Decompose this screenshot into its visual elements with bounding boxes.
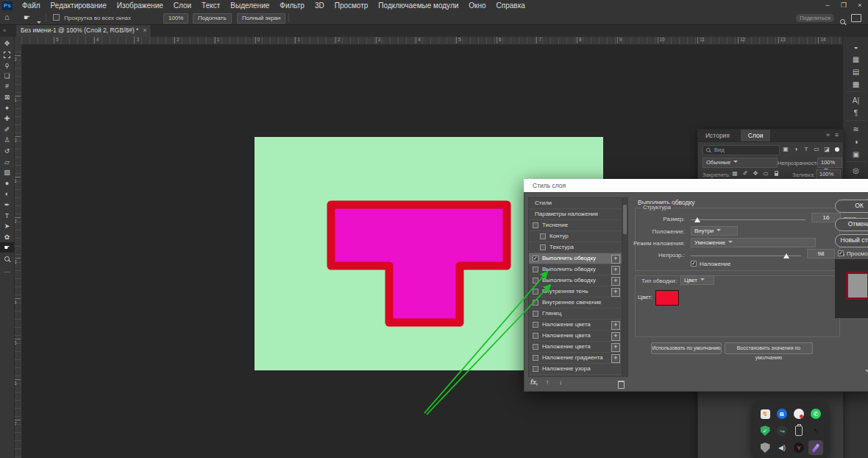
style-checkbox[interactable]	[533, 267, 538, 272]
tray-defender-icon[interactable]	[758, 440, 772, 455]
type-tool[interactable]: T	[0, 211, 14, 221]
scroll-all-windows-option[interactable]: Прокрутка во всех окнах	[53, 14, 131, 21]
opacity-select[interactable]: 100%	[817, 158, 842, 168]
blend-mode-select[interactable]: Обычные	[702, 158, 778, 168]
style-checkbox[interactable]	[540, 244, 546, 250]
healing-brush-tool[interactable]: ✚	[0, 113, 14, 124]
frame-tool[interactable]: ⊠	[0, 92, 14, 102]
lock-all-icon[interactable]	[772, 169, 780, 178]
duplicate-effect-button[interactable]: +	[611, 266, 620, 275]
crop-tool[interactable]: #	[0, 81, 14, 91]
filter-toggle-dot[interactable]	[835, 147, 839, 152]
duplicate-effect-button[interactable]: +	[611, 255, 620, 264]
tray-antivirus-icon[interactable]: ✓	[758, 423, 772, 438]
dialog-title-bar[interactable]: Стиль слоя	[524, 179, 868, 192]
gradients-panel-icon[interactable]: ▤	[843, 66, 868, 77]
style-checkbox[interactable]	[533, 256, 538, 261]
scroll-down-icon[interactable]	[865, 370, 868, 373]
gradient-tool[interactable]: ▧	[0, 167, 14, 177]
style-row-10[interactable]: Внутреннее свечение	[529, 297, 627, 309]
styles-scrollbar-thumb[interactable]	[623, 205, 627, 234]
filter-adjustment-layers-icon[interactable]: ◑	[791, 145, 800, 154]
filter-smart-objects-icon[interactable]: ◪	[822, 145, 831, 154]
style-checkbox[interactable]	[533, 278, 538, 283]
full-screen-button[interactable]: Полный экран	[237, 13, 285, 24]
tray-graphics-icon[interactable]: ↝	[775, 423, 789, 438]
properties-panel-icon[interactable]: ≋	[843, 124, 868, 135]
color-panel-icon[interactable]: ◒	[843, 41, 868, 52]
duplicate-effect-button[interactable]: +	[611, 354, 620, 363]
new-style-button[interactable]: Новый стиль	[835, 234, 868, 247]
tray-bluetooth-icon[interactable]: B	[775, 406, 789, 421]
panel-tab-слои[interactable]: Слои	[741, 130, 771, 141]
filter-pixel-layers-icon[interactable]: ▣	[781, 145, 790, 154]
style-row-5[interactable]: Текстура	[529, 242, 627, 253]
tray-lightshot-icon[interactable]	[808, 440, 823, 455]
path-selection-tool[interactable]: ➤	[0, 221, 14, 231]
eraser-tool[interactable]: ▱	[0, 157, 14, 167]
menu-5[interactable]: Текст	[196, 0, 225, 12]
style-checkbox[interactable]	[533, 300, 538, 306]
duplicate-effect-button[interactable]: +	[611, 321, 620, 330]
panel-menu-icon[interactable]: ≡	[835, 131, 839, 138]
lock-position-icon[interactable]: ✥	[751, 169, 760, 178]
style-row-3[interactable]: Тиснение	[529, 220, 627, 231]
tray-volume-icon[interactable]: ◀)	[775, 440, 789, 455]
style-row-2[interactable]: Параметры наложения	[529, 209, 627, 220]
style-checkbox[interactable]	[533, 366, 538, 372]
menu-10[interactable]: Подключаемые модули	[373, 0, 463, 12]
style-row-16[interactable]: Наложение узора	[529, 364, 627, 375]
marquee-tool[interactable]	[0, 49, 14, 60]
history-brush-tool[interactable]: ↺	[0, 146, 14, 156]
opacity-slider-thumb[interactable]	[783, 253, 789, 258]
styles-panel-icon[interactable]: ◎	[843, 165, 868, 176]
stroke-type-select[interactable]: Цвет	[680, 275, 714, 285]
menu-11[interactable]: Окно	[463, 0, 491, 12]
delete-style-icon[interactable]	[618, 381, 625, 389]
style-row-15[interactable]: Наложение градиента+	[529, 353, 627, 364]
menu-1[interactable]: Файл	[17, 0, 46, 12]
document-tab-close-icon[interactable]: ×	[143, 27, 146, 34]
panel-tab-история[interactable]: История	[698, 130, 737, 141]
style-row-13[interactable]: Наложение цвета+	[529, 331, 627, 342]
dodge-tool[interactable]: ◐	[0, 189, 14, 199]
duplicate-effect-button[interactable]: +	[611, 288, 620, 297]
position-select[interactable]: Внутри	[691, 226, 738, 236]
fx-icon[interactable]: fx,	[530, 378, 538, 386]
scroll-all-windows-checkbox[interactable]	[53, 14, 60, 21]
style-row-1[interactable]: Стили	[529, 198, 627, 209]
move-style-up-icon[interactable]: ↑	[546, 378, 549, 386]
object-selection-tool[interactable]: ❏	[0, 71, 14, 81]
share-button[interactable]: Поделиться	[796, 14, 834, 22]
styles-scrollbar[interactable]	[622, 198, 627, 376]
more-tools-icon[interactable]: ···	[0, 267, 14, 277]
menu-7[interactable]: Фильтр	[274, 0, 310, 12]
menu-12[interactable]: Справка	[491, 0, 530, 12]
eyedropper-tool[interactable]: ✦	[0, 103, 14, 113]
menu-2[interactable]: Редактирование	[46, 0, 112, 12]
clone-stamp-tool[interactable]: ♙	[0, 135, 14, 145]
style-row-4[interactable]: Контур	[529, 231, 627, 242]
style-checkbox[interactable]	[533, 333, 538, 339]
style-row-11[interactable]: Глянец	[529, 309, 627, 320]
lock-artboard-icon[interactable]: ▭	[761, 169, 770, 178]
search-icon[interactable]	[840, 19, 846, 25]
lock-transparency-icon[interactable]: ▦	[730, 169, 739, 178]
tray-tablet-icon[interactable]: ➷	[808, 423, 823, 438]
size-slider[interactable]	[691, 219, 805, 220]
style-checkbox[interactable]	[533, 355, 538, 361]
style-checkbox[interactable]	[533, 289, 538, 295]
hand-tool-dropdown-caret[interactable]	[34, 15, 41, 28]
style-row-6[interactable]: Выполнить обводку+	[529, 253, 627, 264]
libraries-panel-icon[interactable]: ▣	[843, 149, 868, 160]
close-button[interactable]: ×	[852, 0, 868, 12]
blend-mode-select[interactable]: Умножение	[691, 238, 816, 247]
fill-select[interactable]: 100%	[816, 169, 841, 180]
patterns-panel-icon[interactable]: ▩	[843, 79, 868, 90]
make-default-button[interactable]: Использовать по умолчанию	[651, 342, 722, 354]
style-checkbox[interactable]	[533, 322, 538, 328]
tray-power-icon[interactable]: ↯	[758, 406, 772, 421]
menu-3[interactable]: Изображение	[112, 0, 168, 12]
move-style-down-icon[interactable]: ↓	[559, 378, 563, 386]
size-slider-thumb[interactable]	[694, 217, 700, 222]
